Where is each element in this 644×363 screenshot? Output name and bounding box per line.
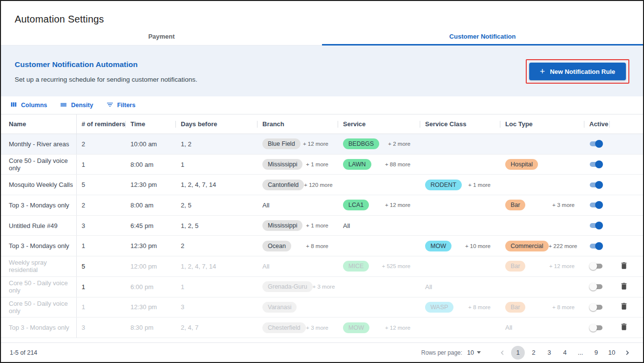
page-button-4[interactable]: 4 — [558, 346, 572, 360]
service-class-cell — [420, 155, 500, 175]
page-button-2[interactable]: 2 — [527, 346, 540, 360]
branch-more-label: + 3 more — [313, 284, 335, 290]
table-row[interactable]: Mosquito Weekly Calls512:30 pm1, 2, 4, 7… — [1, 175, 643, 195]
column-header-active[interactable]: Active — [584, 114, 610, 134]
actions-cell — [610, 256, 644, 276]
service-class-more-label: + 1 more — [468, 182, 491, 188]
active-toggle[interactable] — [589, 262, 603, 270]
table-row[interactable]: Weekly spray residential512:00 pm1, 2, 4… — [1, 256, 643, 277]
delete-rule-button[interactable] — [619, 301, 629, 313]
title-bar: Automation Settings — [1, 1, 643, 28]
branch-chip: Mississippi — [262, 220, 302, 231]
rule-name-cell: Untitled Rule #49 — [1, 216, 77, 236]
column-header-loctype[interactable]: Loc Type — [500, 114, 584, 134]
delete-rule-button[interactable] — [619, 281, 629, 293]
active-toggle[interactable] — [589, 160, 603, 168]
branch-cell: All — [258, 195, 338, 215]
column-header-service[interactable]: Service — [338, 114, 420, 134]
days-before-cell: 1, 2 — [176, 134, 258, 154]
active-cell — [584, 155, 610, 175]
rule-name-cell: Core 50 - Daily voice only — [1, 277, 77, 297]
page-button-9[interactable]: 9 — [589, 346, 603, 360]
loc-type-more-label: + 8 more — [552, 304, 575, 310]
service-cell: MICE+ 525 more — [338, 256, 420, 276]
active-cell — [584, 175, 610, 195]
active-toggle[interactable] — [589, 242, 603, 250]
days-before-cell: 1 — [176, 155, 258, 175]
loc-type-chip: Hospital — [505, 159, 538, 170]
days-before-cell: 1, 2, 5 — [176, 216, 258, 236]
table-row[interactable]: Monthly - River areas210:00 am1, 2Blue F… — [1, 134, 643, 155]
rows-per-page-label: Rows per page: — [421, 349, 462, 356]
service-chip: MOW — [343, 322, 369, 333]
tab-payment[interactable]: Payment — [1, 28, 322, 45]
table-footer: 1-5 of 214 Rows per page: 10 1234...910 — [1, 342, 643, 362]
reminders-cell: 2 — [77, 134, 126, 154]
column-header-name[interactable]: Name — [1, 114, 77, 134]
table-row[interactable]: Top 3 - Mondays only28:00 am2, 5AllLCA1+… — [1, 195, 643, 216]
branch-cell: Chesterfield+ 3 more — [258, 318, 338, 338]
service-cell — [338, 236, 420, 256]
loc-type-chip: Bar — [505, 261, 525, 272]
table-row[interactable]: Top 3 - Mondays only112:30 pm2Ocean+ 8 m… — [1, 236, 643, 256]
service-class-chip: WASP — [425, 302, 453, 313]
toggle-thumb — [589, 324, 597, 332]
branch-text: All — [262, 263, 269, 270]
branch-text: All — [262, 202, 269, 209]
active-toggle[interactable] — [589, 222, 603, 229]
table-row[interactable]: Core 50 - Daily voice only112:30 pm3Vara… — [1, 297, 643, 318]
active-toggle[interactable] — [589, 140, 603, 148]
active-toggle[interactable] — [589, 201, 603, 209]
active-cell — [584, 195, 610, 215]
delete-rule-button[interactable] — [619, 260, 629, 272]
page-title: Automation Settings — [15, 14, 629, 25]
columns-button[interactable]: Columns — [10, 101, 47, 110]
density-label: Density — [71, 102, 93, 109]
page-button-10[interactable]: 10 — [605, 346, 619, 360]
column-header-label: Name — [9, 120, 26, 128]
delete-rule-button[interactable] — [619, 321, 629, 334]
page-button-1[interactable]: 1 — [511, 346, 525, 360]
column-header-time[interactable]: Time — [126, 114, 176, 134]
rows-per-page-select[interactable]: 10 — [467, 349, 481, 356]
table-row[interactable]: Top 3 - Mondays only38:30 pm2, 4, 7Chest… — [1, 318, 643, 338]
filters-button[interactable]: Filters — [106, 101, 136, 110]
column-header-days[interactable]: Days before — [176, 114, 258, 134]
prev-page-button[interactable] — [495, 346, 509, 360]
table-row[interactable]: Core 50 - Daily voice only16:00 pm1Grena… — [1, 277, 643, 297]
rule-name-cell: Top 3 - Mondays only — [1, 236, 77, 256]
filter-icon — [106, 101, 114, 110]
branch-chip: Ocean — [262, 241, 291, 251]
active-toggle[interactable] — [589, 324, 603, 332]
column-header-sclass[interactable]: Service Class — [420, 114, 500, 134]
branch-cell: All — [258, 256, 338, 276]
loc-type-more-label: + 3 more — [552, 202, 575, 208]
branch-more-label: + 120 more — [304, 182, 333, 188]
service-class-cell: MOW+ 10 more — [420, 236, 500, 256]
rule-name-cell: Top 3 - Mondays only — [1, 318, 77, 338]
density-button[interactable]: Density — [60, 101, 93, 110]
active-cell — [584, 277, 610, 297]
toggle-thumb — [595, 222, 603, 229]
loc-type-chip: Commercial — [505, 241, 549, 251]
time-cell: 6:45 pm — [126, 216, 176, 236]
reminders-cell: 1 — [77, 236, 126, 256]
active-toggle[interactable] — [589, 303, 603, 311]
service-cell: LAWN+ 88 more — [338, 155, 420, 175]
active-toggle[interactable] — [589, 283, 603, 291]
loc-type-cell: Bar+ 8 more — [500, 297, 584, 318]
active-toggle[interactable] — [589, 181, 603, 189]
table-row[interactable]: Core 50 - Daily voice only18:00 am1Missi… — [1, 155, 643, 175]
tab-customer-notification[interactable]: Customer Notification — [322, 28, 643, 45]
next-page-button[interactable] — [621, 346, 634, 360]
actions-cell — [610, 134, 644, 154]
page-button-3[interactable]: 3 — [542, 346, 556, 360]
column-header-reminders[interactable]: # of reminders — [77, 114, 126, 134]
loc-type-cell — [500, 175, 584, 195]
column-header-branch[interactable]: Branch — [258, 114, 338, 134]
service-chip: BEDBGS — [343, 138, 379, 149]
new-notification-rule-button[interactable]: + New Notification Rule — [529, 63, 626, 80]
time-cell: 8:00 am — [126, 155, 176, 175]
table-row[interactable]: Untitled Rule #4936:45 pm1, 2, 5Mississi… — [1, 216, 643, 236]
trash-icon — [620, 322, 628, 331]
